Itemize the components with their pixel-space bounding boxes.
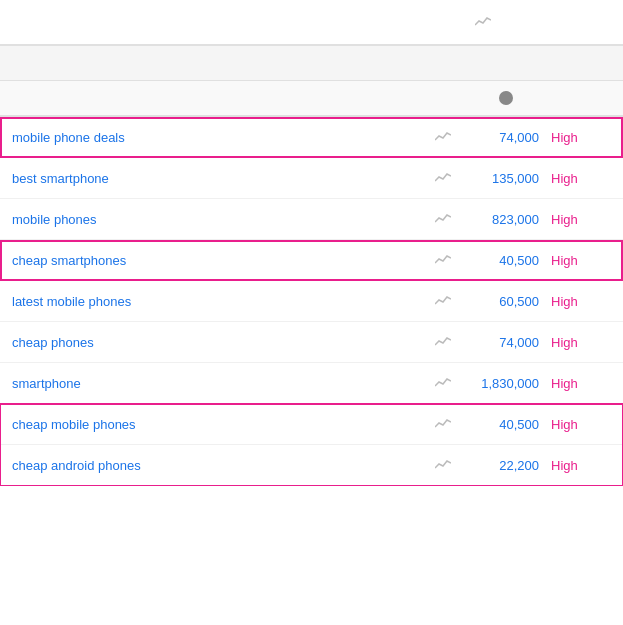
- row-competition: High: [551, 294, 611, 309]
- row-competition: High: [551, 458, 611, 473]
- row-searches: 22,200: [471, 458, 551, 473]
- row-searches: 823,000: [471, 212, 551, 227]
- row-keyword[interactable]: mobile phone deals: [12, 130, 315, 145]
- header-searches-label: [321, 91, 521, 105]
- row-keyword[interactable]: latest mobile phones: [12, 294, 315, 309]
- row-chart-icon: [315, 293, 471, 309]
- row-competition: High: [551, 171, 611, 186]
- row-chart-icon: [315, 457, 471, 473]
- table-row: latest mobile phones60,500High: [0, 281, 623, 322]
- row-chart-icon: [315, 252, 471, 268]
- table-row: smartphone1,830,000High: [0, 363, 623, 404]
- table-row: cheap phones74,000High: [0, 322, 623, 363]
- table-row: cheap android phones22,200High: [0, 445, 623, 486]
- table-header: [0, 81, 623, 117]
- table-row: mobile phones823,000High: [0, 199, 623, 240]
- table-row: best smartphone135,000High: [0, 158, 623, 199]
- row-keyword[interactable]: mobile phones: [12, 212, 315, 227]
- top-chart-icon: [295, 14, 491, 30]
- top-result-row: [0, 0, 623, 45]
- row-chart-icon: [315, 375, 471, 391]
- table-body: mobile phone deals74,000Highbest smartph…: [0, 117, 623, 486]
- row-keyword[interactable]: smartphone: [12, 376, 315, 391]
- table-row: mobile phone deals74,000High: [0, 117, 623, 158]
- row-keyword[interactable]: cheap mobile phones: [12, 417, 315, 432]
- row-searches: 40,500: [471, 417, 551, 432]
- row-competition: High: [551, 253, 611, 268]
- table-row: cheap smartphones40,500High: [0, 240, 623, 281]
- row-competition: High: [551, 130, 611, 145]
- section-separator: [0, 45, 623, 81]
- row-chart-icon: [315, 170, 471, 186]
- header-help-icon: [499, 91, 513, 105]
- row-searches: 1,830,000: [471, 376, 551, 391]
- row-keyword[interactable]: cheap android phones: [12, 458, 315, 473]
- row-competition: High: [551, 376, 611, 391]
- row-chart-icon: [315, 334, 471, 350]
- row-chart-icon: [315, 416, 471, 432]
- row-searches: 40,500: [471, 253, 551, 268]
- row-chart-icon: [315, 129, 471, 145]
- row-searches: 60,500: [471, 294, 551, 309]
- row-competition: High: [551, 417, 611, 432]
- row-competition: High: [551, 212, 611, 227]
- row-competition: High: [551, 335, 611, 350]
- row-keyword[interactable]: cheap phones: [12, 335, 315, 350]
- row-chart-icon: [315, 211, 471, 227]
- row-searches: 135,000: [471, 171, 551, 186]
- row-searches: 74,000: [471, 130, 551, 145]
- row-keyword[interactable]: best smartphone: [12, 171, 315, 186]
- table-row: cheap mobile phones40,500High: [0, 404, 623, 445]
- highlight-group-c: cheap mobile phones40,500Highcheap andro…: [0, 404, 623, 486]
- row-searches: 74,000: [471, 335, 551, 350]
- row-keyword[interactable]: cheap smartphones: [12, 253, 315, 268]
